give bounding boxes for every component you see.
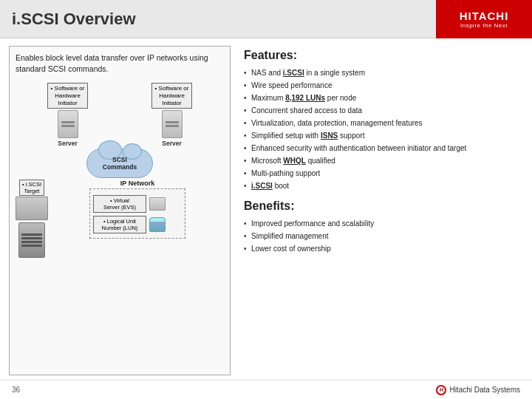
feature-item-7: Enhanced security with authentication be… (244, 142, 520, 154)
page-number: 36 (12, 386, 20, 394)
feature-item-6: Simplified setup with ISNS support (244, 129, 520, 142)
server-row: • Software orHardwareInitiator Server • … (16, 83, 224, 147)
feature-item-5: Virtualization, data protection, managem… (244, 117, 520, 129)
logo-tagline: Inspire the Next (460, 22, 508, 29)
virtual-server-label: • VirtualServer (EVS) (93, 195, 146, 213)
server1-icon (58, 110, 78, 138)
logical-unit-item: • Logical UnitNumber (LUN) (93, 216, 182, 233)
logo-brand: HITACHI (460, 10, 509, 22)
iscsi-target-box: • i.SCSITarget (16, 180, 48, 220)
feature-item-2: Wire speed performance (244, 79, 520, 92)
header: i.SCSI Overview HITACHI Inspire the Next (0, 0, 532, 38)
benefits-list: Improved performance and scalability Sim… (244, 217, 520, 255)
ip-network-label: IP Network (120, 180, 154, 187)
feature-item-1: NAS and i.SCSI in a single system (244, 66, 520, 79)
features-list: NAS and i.SCSI in a single system Wire s… (244, 66, 520, 192)
server2-label: • Software orHardwareInitiator (151, 83, 193, 109)
server2-text: Server (162, 140, 181, 147)
hitachi-circle-icon: H (436, 385, 446, 395)
ip-network-box: IP Network • VirtualServer (EVS) • Logic… (51, 180, 224, 239)
server2-icon (162, 110, 183, 138)
diagram: • Software orHardwareInitiator Server • … (16, 80, 224, 369)
footer: 36 H Hitachi Data Systems (0, 380, 532, 399)
benefit-item-3: Lower cost of ownership (244, 242, 520, 255)
footer-logo: H Hitachi Data Systems (436, 385, 520, 395)
virtual-server-icon (149, 197, 166, 211)
iscsi-icon (16, 197, 48, 220)
server1-label: • Software orHardwareInitiator (47, 83, 89, 109)
cloud-area: SCSICommands (86, 149, 153, 178)
cloud-shape: SCSICommands (86, 149, 153, 178)
intro-text: Enables block level data transfer over I… (16, 52, 224, 74)
feature-item-4: Concurrent shared access to data (244, 104, 520, 117)
feature-item-8: Microsoft WHQL qualified (244, 154, 520, 167)
logical-unit-label: • Logical UnitNumber (LUN) (93, 216, 146, 233)
iscsi-label: • i.SCSITarget (19, 180, 44, 196)
right-panel: Features: NAS and i.SCSI in a single sys… (238, 46, 523, 375)
server-box-right: • Software orHardwareInitiator Server (151, 83, 193, 147)
footer-logo-text: Hitachi Data Systems (449, 386, 520, 394)
page-title: i.SCSI Overview (12, 10, 136, 29)
features-title: Features: (244, 49, 520, 62)
hitachi-logo: HITACHI Inspire the Next (436, 0, 532, 38)
ip-network-diagram: • VirtualServer (EVS) • Logical UnitNumb… (89, 188, 185, 239)
benefit-item-1: Improved performance and scalability (244, 217, 520, 230)
server1-text: Server (58, 140, 77, 147)
cloud-text: SCSICommands (103, 156, 137, 171)
benefits-title: Benefits: (244, 200, 520, 213)
virtual-server-item: • VirtualServer (EVS) (93, 195, 182, 213)
logical-unit-icon (149, 217, 166, 232)
bottom-row: • i.SCSITarget IP Network (16, 180, 224, 258)
feature-item-10: i.SCSI boot (244, 180, 520, 192)
vl-boxes: • VirtualServer (EVS) • Logical UnitNumb… (93, 195, 182, 233)
storage-icon (18, 222, 45, 258)
main-content: Enables block level data transfer over I… (0, 38, 532, 380)
benefit-item-2: Simplified management (244, 230, 520, 242)
feature-item-9: Multi-pathing support (244, 167, 520, 180)
left-panel: Enables block level data transfer over I… (9, 46, 231, 375)
feature-item-3: Maximum 8,192 LUNs per node (244, 92, 520, 104)
server-box-left: • Software orHardwareInitiator Server (47, 83, 89, 147)
iscsi-section: • i.SCSITarget (16, 180, 48, 258)
